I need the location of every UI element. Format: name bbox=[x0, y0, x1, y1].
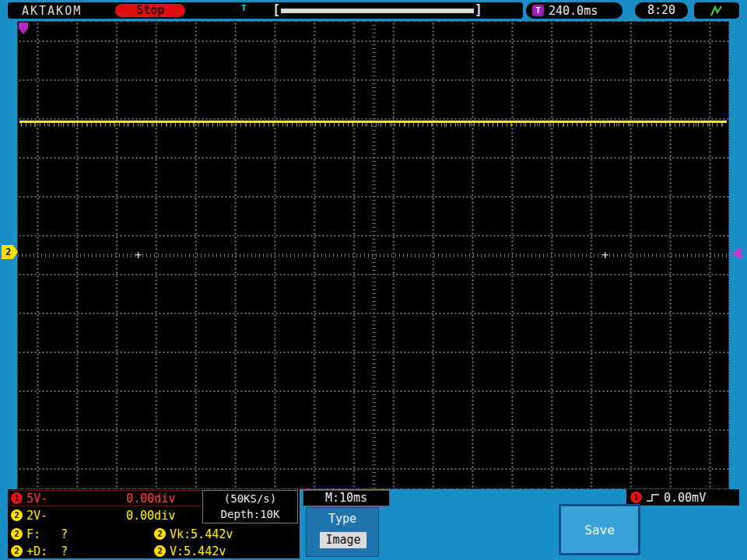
status-panel: 1 5V- 0.00div 2 2V- 0.00div (50KS/s) Dep… bbox=[8, 489, 300, 558]
memory-bracket-right: ] bbox=[475, 2, 482, 19]
acquisition-box: (50KS/s) Depth:10K bbox=[202, 490, 298, 523]
trigger-position-marker[interactable] bbox=[19, 23, 28, 34]
brand-label: AKTAKOM bbox=[22, 4, 82, 18]
ch1-badge: 1 bbox=[630, 492, 642, 503]
clock: 8:20 bbox=[635, 2, 688, 19]
ch2-level-marker[interactable]: 2 bbox=[2, 245, 18, 259]
center-plus-marker: + bbox=[601, 249, 608, 261]
duty-value: ? bbox=[61, 544, 68, 559]
memory-window-fill bbox=[281, 9, 474, 13]
center-plus-marker: + bbox=[135, 249, 142, 261]
menu-option-image[interactable]: Image bbox=[320, 532, 366, 548]
ch1-scale: 5V- bbox=[26, 491, 47, 506]
ch2-badge: 2 bbox=[154, 545, 166, 557]
ch1-badge: 1 bbox=[11, 492, 23, 504]
ch2-badge: 2 bbox=[11, 528, 23, 540]
trigger-readout: 1 0.00mV bbox=[626, 489, 739, 506]
ch2-trace-noise bbox=[21, 123, 725, 127]
freq-label: F: bbox=[26, 527, 40, 542]
record-depth: Depth:10K bbox=[203, 506, 297, 522]
trigger-time-pill: T 240.0ms bbox=[526, 2, 622, 19]
ch2-scale: 2V- bbox=[26, 508, 47, 523]
v-measurement: V:5.442v bbox=[170, 544, 226, 559]
timebase-box: M:10ms bbox=[303, 490, 390, 506]
duty-label: +D: bbox=[26, 544, 47, 559]
memory-bracket-left: [ bbox=[272, 2, 280, 19]
save-button[interactable]: Save bbox=[559, 504, 640, 555]
ch1-offset: 0.00div bbox=[126, 491, 175, 506]
trigger-time-value: 240.0ms bbox=[549, 4, 598, 18]
vk-measurement: Vk:5.442v bbox=[170, 527, 233, 542]
run-state-button[interactable]: Stop bbox=[115, 4, 185, 17]
memory-window-bar: [ ] bbox=[272, 2, 482, 19]
trigger-level-arrow[interactable] bbox=[731, 247, 742, 260]
ch2-badge: 2 bbox=[11, 545, 23, 557]
usb-segment bbox=[694, 2, 739, 19]
menu-title: Type bbox=[307, 512, 378, 526]
freq-value: ? bbox=[61, 527, 68, 542]
center-vertical-axis bbox=[372, 22, 376, 488]
measure-row-1: 2 F: ? 2 Vk:5.442v bbox=[8, 527, 300, 542]
oscilloscope-ui: AKTAKOM Stop T [ ] T 240.0ms 8:20 + + 2 … bbox=[0, 0, 747, 560]
save-menu-panel: Type Image bbox=[306, 507, 379, 557]
ch2-offset: 0.00div bbox=[126, 508, 175, 523]
usb-status-icon bbox=[710, 5, 724, 17]
top-bar: AKTAKOM Stop T [ ] bbox=[8, 2, 523, 19]
rising-edge-icon bbox=[646, 492, 660, 503]
ch2-badge: 2 bbox=[11, 509, 23, 521]
memory-trigger-pointer: T bbox=[241, 3, 247, 13]
trigger-level-value: 0.00mV bbox=[664, 491, 706, 505]
measure-row-2: 2 +D: ? 2 V:5.442v bbox=[8, 544, 300, 559]
trigger-t-icon: T bbox=[532, 5, 544, 16]
ch2-badge: 2 bbox=[154, 528, 166, 540]
graticule-screen: + + 2 bbox=[17, 21, 729, 489]
sample-rate: (50KS/s) bbox=[203, 491, 297, 506]
